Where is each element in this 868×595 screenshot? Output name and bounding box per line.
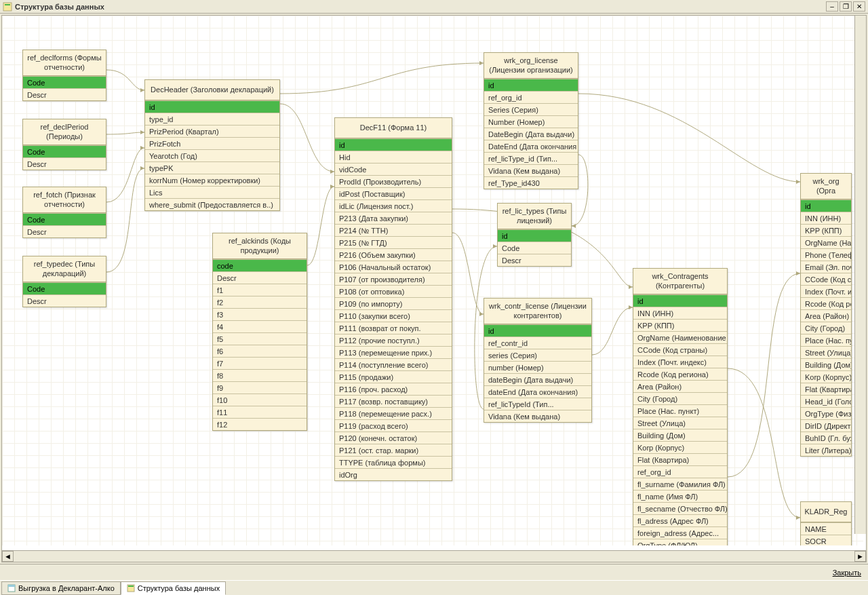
table-field[interactable]: id (484, 324, 591, 337)
table-field[interactable]: f6 (213, 345, 307, 357)
table-field[interactable]: P112 (прочие поступл.) (335, 334, 452, 346)
table-field[interactable]: Descr (498, 254, 571, 266)
table-field[interactable]: P113 (перемещение прих.) (335, 346, 452, 358)
table-field[interactable]: DateBegin (Дата выдачи) (484, 128, 578, 140)
table-field[interactable]: f1 (213, 284, 307, 296)
table-field[interactable]: Code (498, 242, 571, 254)
table-ref_fotch[interactable]: ref_fotch (Признак отчетности)CodeDescr (22, 187, 106, 238)
table-field[interactable]: idOrg (335, 468, 452, 480)
table-field[interactable]: P107 (от производителя) (335, 273, 452, 285)
table-field[interactable]: fl_name (Имя ФЛ) (633, 490, 727, 502)
table-field[interactable]: id (335, 138, 452, 151)
table-field[interactable]: Flat (Квартира) (633, 453, 727, 465)
table-field[interactable]: P116 (проч. расход) (335, 383, 452, 395)
task-structure[interactable]: Структура базы данных (121, 581, 226, 595)
table-field[interactable]: vidCode (335, 163, 452, 175)
task-export[interactable]: Выгрузка в Декларант-Алко (1, 581, 121, 595)
diagram-canvas[interactable]: ref_declforms (Формы отчетности)CodeDesc… (2, 16, 866, 545)
table-field[interactable]: Code (23, 145, 106, 157)
table-field[interactable]: Index (Почт. ин (801, 285, 851, 297)
table-field[interactable]: ref_org_id (633, 465, 727, 478)
table-field[interactable]: Building (Дом) (801, 358, 851, 370)
table-field[interactable]: Descr (23, 294, 106, 307)
table-field[interactable]: P117 (возвр. поставщику) (335, 395, 452, 407)
table-kladr_reg[interactable]: KLADR_RegNAMESOCRCODE (800, 501, 852, 545)
table-field[interactable]: Vidana (Кем выдана) (484, 410, 591, 422)
table-field[interactable]: Building (Дом) (633, 429, 727, 441)
table-field[interactable]: Descr (23, 157, 106, 170)
table-field[interactable]: Code (23, 282, 106, 294)
table-field[interactable]: Index (Почт. индекс) (633, 356, 727, 368)
table-field[interactable]: Street (Улица) (801, 346, 851, 358)
table-field[interactable]: P118 (перемещение расх.) (335, 407, 452, 419)
table-field[interactable]: P213 (Дата закупки) (335, 212, 452, 224)
table-field[interactable]: where_submit (Предоставляется в..) (145, 198, 279, 210)
table-field[interactable]: Rcode (Код региона) (633, 368, 727, 380)
scroll-left-button[interactable]: ◄ (2, 551, 14, 562)
table-field[interactable]: Series (Серия) (484, 103, 578, 115)
table-field[interactable]: id (801, 199, 851, 212)
table-field[interactable]: Descr (23, 225, 106, 237)
table-wrk_contr_license[interactable]: wrk_contr_license (Лицензии контрагентов… (484, 298, 592, 423)
table-field[interactable]: idLic (Лицензия пост.) (335, 199, 452, 212)
vertical-scrollbar[interactable] (854, 16, 866, 534)
table-field[interactable]: Liter (Литера) (801, 444, 851, 456)
table-field[interactable]: fl_surname (Фамилия ФЛ) (633, 478, 727, 490)
table-field[interactable]: foreign_adress (Адрес... (633, 526, 727, 539)
table-field[interactable]: number (Номер) (484, 361, 591, 373)
table-wrk_org_license[interactable]: wrk_org_license (Лицензии организации)id… (484, 52, 578, 189)
table-field[interactable]: Yearotch (Год) (145, 149, 279, 161)
table-field[interactable]: fl_secname (Отчество ФЛ) (633, 502, 727, 514)
table-field[interactable]: P111 (возврат от покуп. (335, 322, 452, 334)
table-field[interactable]: series (Серия) (484, 349, 591, 361)
table-field[interactable]: CCode (Код страны) (633, 343, 727, 356)
table-field[interactable]: id (145, 100, 279, 113)
table-ref_typedec[interactable]: ref_typedec (Типы деклараций)CodeDescr (22, 256, 106, 307)
table-field[interactable]: P110 (закупки всего) (335, 309, 452, 322)
table-field[interactable]: id (633, 294, 727, 307)
table-field[interactable]: KPP (КПП) (633, 319, 727, 331)
table-field[interactable]: id (484, 79, 578, 91)
close-link[interactable]: Закрыть (833, 569, 861, 577)
table-field[interactable]: f7 (213, 357, 307, 369)
table-field[interactable]: PrizPeriod (Квартал) (145, 125, 279, 137)
table-field[interactable]: P106 (Начальный остаток) (335, 261, 452, 273)
table-field[interactable]: Code (23, 76, 106, 88)
table-field[interactable]: Korp (Корпус) (633, 441, 727, 453)
table-field[interactable]: korrNum (Номер корректировки) (145, 174, 279, 186)
table-field[interactable]: Area (Район) (801, 309, 851, 322)
table-field[interactable]: NAME (801, 522, 851, 535)
table-field[interactable]: f2 (213, 296, 307, 308)
table-field[interactable]: Place (Нас. пункт) (633, 404, 727, 417)
table-field[interactable]: typePK (145, 161, 279, 174)
close-button[interactable]: ✕ (853, 1, 865, 12)
table-field[interactable]: Korp (Корпус) (801, 370, 851, 383)
table-field[interactable]: P214 (№ ТТН) (335, 224, 452, 236)
table-ref_alckinds[interactable]: ref_alckinds (Коды продукции)codeDescrf1… (212, 233, 307, 431)
table-field[interactable]: P115 (продажи) (335, 370, 452, 383)
table-field[interactable]: code (213, 259, 307, 271)
table-field[interactable]: PrizFotch (145, 137, 279, 149)
table-field[interactable]: P216 (Объем закупки) (335, 248, 452, 261)
table-field[interactable]: Rcode (Код рег (801, 297, 851, 309)
table-field[interactable]: Descr (213, 271, 307, 284)
minimize-button[interactable]: – (826, 1, 838, 12)
table-field[interactable]: f12 (213, 418, 307, 430)
table-field[interactable]: f11 (213, 406, 307, 418)
table-field[interactable]: f5 (213, 332, 307, 345)
table-field[interactable]: P121 (ост. стар. марки) (335, 444, 452, 456)
table-field[interactable]: Descr (23, 88, 106, 100)
table-field[interactable]: idPost (Поставщик) (335, 187, 452, 199)
horizontal-scrollbar[interactable]: ◄ ► (2, 550, 866, 562)
table-field[interactable]: Hid (335, 151, 452, 163)
table-field[interactable]: Area (Район) (633, 380, 727, 392)
table-field[interactable]: Email (Эл. почта (801, 261, 851, 273)
table-field[interactable]: P108 (от оптовика) (335, 285, 452, 297)
table-field[interactable]: fl_adress (Адрес ФЛ) (633, 514, 727, 526)
table-field[interactable]: f8 (213, 369, 307, 381)
table-field[interactable]: Lics (145, 186, 279, 198)
table-field[interactable]: Street (Улица) (633, 417, 727, 429)
table-field[interactable]: type_id (145, 113, 279, 125)
table-field[interactable]: OrgName (Наим (801, 236, 851, 248)
table-field[interactable]: OrgName (Наименование (633, 331, 727, 343)
